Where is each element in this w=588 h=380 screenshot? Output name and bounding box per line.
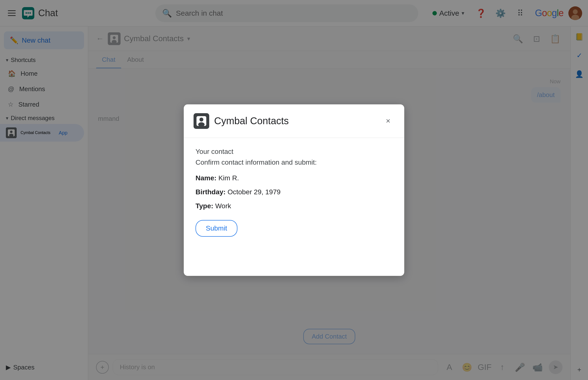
close-icon: × [386, 116, 391, 125]
birthday-value: October 29, 1979 [228, 188, 281, 196]
modal-birthday-field: Birthday: October 29, 1979 [195, 187, 393, 197]
modal-title: Cymbal Contacts [214, 115, 382, 126]
modal-name-field: Name: Kim R. [195, 173, 393, 183]
name-value: Kim R. [218, 174, 239, 182]
modal-type-field: Type: Work [195, 201, 393, 211]
type-label: Type: [195, 202, 213, 210]
modal-section-title: Your contact [195, 148, 393, 155]
modal-app-avatar [193, 113, 209, 129]
svg-point-17 [199, 118, 203, 121]
birthday-label: Birthday: [195, 188, 226, 196]
modal-avatar-icon [193, 113, 209, 129]
modal-close-button[interactable]: × [382, 115, 395, 127]
modal-overlay[interactable]: Cymbal Contacts × Your contact Confirm c… [0, 0, 588, 380]
modal-dialog: Cymbal Contacts × Your contact Confirm c… [184, 104, 404, 276]
modal-body: Your contact Confirm contact information… [184, 138, 404, 247]
modal-submit-button[interactable]: Submit [195, 220, 237, 237]
svg-point-18 [198, 122, 205, 127]
name-label: Name: [195, 174, 217, 182]
modal-header: Cymbal Contacts × [184, 104, 404, 138]
modal-confirm-text: Confirm contact information and submit: [195, 158, 393, 166]
type-value: Work [215, 202, 231, 210]
